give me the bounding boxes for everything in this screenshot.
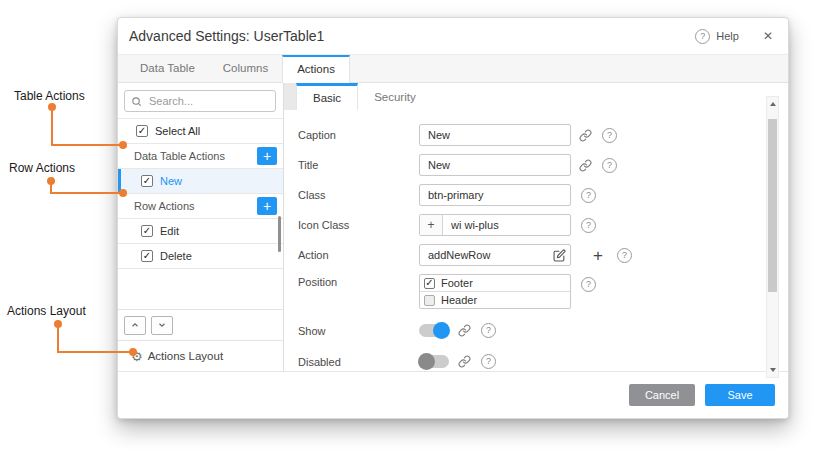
class-input[interactable] [419, 184, 571, 206]
icon-class-input[interactable] [443, 215, 570, 235]
tab-security[interactable]: Security [358, 83, 432, 110]
delete-checkbox[interactable] [141, 250, 153, 262]
field-position: Position Footer Header ? [298, 274, 788, 309]
link-icon[interactable] [458, 355, 471, 368]
callout-line [51, 144, 123, 146]
help-icon[interactable]: ? [581, 277, 596, 292]
link-icon[interactable] [458, 324, 471, 337]
disabled-toggle[interactable] [419, 355, 449, 368]
main-tab-bar: Data Table Columns Actions [118, 55, 788, 83]
title-bar: Advanced Settings: UserTable1 ? Help ✕ [118, 18, 788, 55]
group-data-table-actions[interactable]: Data Table Actions + [118, 144, 283, 169]
reorder-controls [118, 309, 283, 340]
save-button[interactable]: Save [705, 384, 775, 406]
link-icon[interactable] [579, 129, 592, 142]
show-toggle[interactable] [419, 324, 449, 337]
field-class: Class ? [298, 184, 788, 206]
callout-dot [119, 189, 127, 197]
sidebar-empty-space [118, 269, 283, 309]
scroll-down-icon[interactable] [770, 368, 776, 372]
tab-columns[interactable]: Columns [209, 55, 282, 82]
field-icon-class: Icon Class + ? [298, 214, 788, 236]
list-item-delete[interactable]: Delete [118, 244, 283, 269]
link-icon[interactable] [579, 159, 592, 172]
field-title: Title ? [298, 154, 788, 176]
annotation-actions-layout: Actions Layout [7, 304, 86, 318]
edit-action-icon[interactable] [552, 248, 566, 262]
help-icon[interactable]: ? [617, 248, 632, 263]
callout-line [51, 107, 53, 146]
actions-sidebar: Select All Data Table Actions + New Row … [118, 83, 284, 371]
field-show: Show ? [298, 323, 788, 338]
action-input[interactable] [419, 244, 571, 266]
chevron-up-icon [130, 320, 140, 330]
help-icon[interactable]: ? [481, 323, 496, 338]
position-options: Footer Header [419, 274, 571, 309]
dialog-footer: Cancel Save [118, 371, 788, 418]
field-action: Action + ? [298, 244, 788, 266]
help-button[interactable]: Help [716, 30, 739, 42]
search-input[interactable] [147, 94, 269, 108]
subtab-left-strip [284, 83, 296, 110]
search-box[interactable] [124, 90, 276, 112]
help-icon[interactable]: ? [602, 128, 617, 143]
position-option-footer[interactable]: Footer [420, 275, 570, 291]
icon-picker-button[interactable]: + [420, 215, 443, 235]
add-table-action-button[interactable]: + [257, 147, 277, 165]
basic-form: Caption ? Title ? Class [284, 110, 788, 377]
move-up-button[interactable] [124, 316, 146, 335]
edit-checkbox[interactable] [141, 225, 153, 237]
list-item-new[interactable]: New [118, 169, 283, 194]
position-option-header[interactable]: Header [420, 291, 570, 308]
group-row-actions[interactable]: Row Actions + [118, 194, 283, 219]
help-circle-icon[interactable]: ? [695, 29, 710, 44]
help-icon[interactable]: ? [481, 354, 496, 369]
actions-layout-button[interactable]: ⚙ Actions Layout [118, 340, 283, 371]
list-item-select-all[interactable]: Select All [118, 119, 283, 144]
callout-line [57, 324, 59, 353]
callout-line [50, 192, 123, 194]
icon-class-input-group: + [419, 214, 571, 236]
caption-input[interactable] [419, 124, 571, 146]
help-icon[interactable]: ? [581, 218, 596, 233]
field-disabled: Disabled ? [298, 354, 788, 369]
move-down-button[interactable] [151, 316, 173, 335]
title-input[interactable] [419, 154, 571, 176]
callout-dot [119, 141, 127, 149]
add-action-icon[interactable]: + [593, 247, 603, 264]
plus-icon: + [263, 199, 271, 213]
chevron-down-icon [157, 320, 167, 330]
plus-icon: + [263, 149, 271, 163]
help-icon[interactable]: ? [581, 188, 596, 203]
cancel-button[interactable]: Cancel [629, 384, 695, 406]
panel-scrollbar[interactable] [766, 96, 779, 378]
add-row-action-button[interactable]: + [257, 197, 277, 215]
action-settings-panel: Basic Security Caption ? Title [284, 83, 788, 371]
header-checkbox[interactable] [424, 295, 435, 306]
list-item-edit[interactable]: Edit [118, 219, 283, 244]
field-caption: Caption ? [298, 124, 788, 146]
tab-data-table[interactable]: Data Table [126, 55, 209, 82]
panel-scrollbar-thumb[interactable] [768, 119, 777, 292]
help-icon[interactable]: ? [602, 158, 617, 173]
sub-tab-bar: Basic Security [284, 83, 788, 110]
annotation-row-actions: Row Actions [9, 161, 75, 175]
annotation-table-actions: Table Actions [14, 89, 85, 103]
footer-checkbox[interactable] [424, 278, 435, 289]
callout-line [57, 351, 133, 353]
tab-actions[interactable]: Actions [282, 55, 350, 83]
sidebar-scrollbar-thumb[interactable] [278, 216, 281, 252]
new-checkbox[interactable] [141, 175, 153, 187]
tab-basic[interactable]: Basic [296, 83, 358, 110]
scroll-up-icon[interactable] [770, 102, 776, 106]
callout-dot [129, 348, 137, 356]
advanced-settings-dialog: Advanced Settings: UserTable1 ? Help ✕ D… [117, 17, 789, 419]
close-icon[interactable]: ✕ [763, 29, 773, 43]
search-icon [131, 96, 142, 107]
dialog-title: Advanced Settings: UserTable1 [118, 28, 324, 44]
select-all-checkbox[interactable] [136, 125, 148, 137]
